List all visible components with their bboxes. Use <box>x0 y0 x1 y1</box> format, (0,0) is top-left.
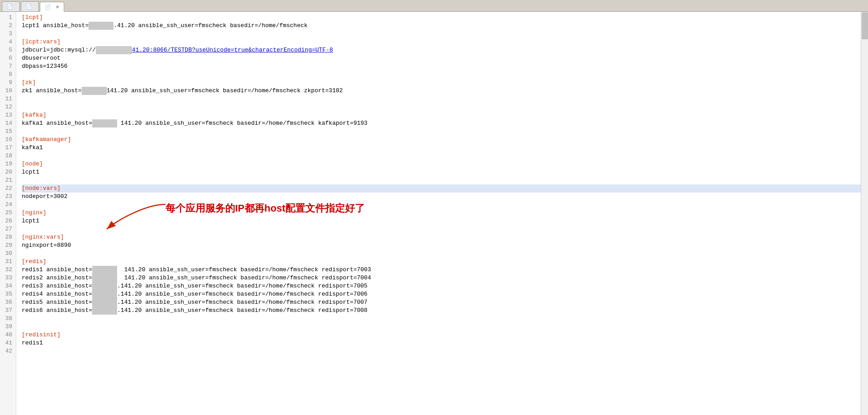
code-line-37: redis6 ansible_host= .141.20 ansible_ssh… <box>22 307 868 315</box>
code-line-20: lcpt1 <box>22 168 868 176</box>
code-line-23: nodeport=3002 <box>22 193 868 201</box>
scrollbar-thumb[interactable] <box>862 12 868 39</box>
code-line-11 <box>22 95 868 103</box>
code-line-34: redis3 ansible_host= .141.20 ansible_ssh… <box>22 282 868 290</box>
code-line-1: [lcpt] <box>22 14 868 22</box>
tab-bar: 📄 📄 📄 ✕ <box>0 0 868 12</box>
code-line-15 <box>22 127 868 136</box>
code-line-32: redis1 ansible_host= 141.20 ansible_ssh_… <box>22 266 868 274</box>
code-line-35: redis4 ansible_host= .141.20 ansible_ssh… <box>22 290 868 298</box>
code-line-22: [node:vars] <box>22 184 868 193</box>
code-line-21 <box>22 176 868 184</box>
code-line-40: [redisinit] <box>22 331 868 339</box>
code-line-36: redis5 ansible_host= .141.20 ansible_ssh… <box>22 298 868 307</box>
code-line-12 <box>22 103 868 111</box>
vertical-scrollbar[interactable] <box>861 12 868 415</box>
code-line-4: [lcpt:vars] <box>22 38 868 46</box>
code-line-41: redis1 <box>22 339 868 347</box>
line-numbers: 1234567891011121314151617181920212223242… <box>0 12 16 415</box>
code-line-6: dbuser=root <box>22 54 868 62</box>
tab-close-button[interactable]: ✕ <box>56 5 59 9</box>
code-line-3 <box>22 30 868 38</box>
tab-icon-2: 📄 <box>26 4 32 9</box>
code-line-24 <box>22 201 868 209</box>
code-line-9: [zk] <box>22 79 868 87</box>
code-line-38 <box>22 315 868 323</box>
code-line-8 <box>22 71 868 79</box>
editor-container: 1234567891011121314151617181920212223242… <box>0 12 868 415</box>
code-line-13: [kafka] <box>22 111 868 119</box>
code-line-18 <box>22 152 868 160</box>
code-line-2: lcpt1 ansible_host= .41.20 ansible_ssh_u… <box>22 22 868 30</box>
code-line-31: [redis] <box>22 258 868 266</box>
code-line-28: [nginx:vars] <box>22 233 868 241</box>
code-line-19: [node] <box>22 160 868 168</box>
code-line-7: dbpass=123456 <box>22 62 868 71</box>
code-line-25: [nginx] <box>22 209 868 217</box>
tab-icon-3: 📄 <box>45 4 51 10</box>
code-line-16: [kafkamanager] <box>22 136 868 144</box>
code-line-14: kafka1 ansible_host= 141.20 ansible_ssh_… <box>22 119 868 127</box>
code-line-39 <box>22 323 868 331</box>
code-line-33: redis2 ansible_host= 141.20 ansible_ssh_… <box>22 274 868 282</box>
code-line-17: kafka1 <box>22 144 868 152</box>
tab-icon-1: 📄 <box>7 4 13 9</box>
code-line-27 <box>22 225 868 233</box>
tab-hosts[interactable]: 📄 ✕ <box>40 2 64 12</box>
code-line-42 <box>22 347 868 355</box>
code-line-5: jdbcurl=jdbc:mysql://██████41.20:8066/TE… <box>22 46 868 54</box>
tab-ansible-deploy[interactable]: 📄 <box>21 1 39 11</box>
code-line-30 <box>22 250 868 258</box>
code-line-26: lcpt1 <box>22 217 868 225</box>
code-line-29: nginxport=8890 <box>22 241 868 250</box>
code-line-10: zk1 ansible_host= 141.20 ansible_ssh_use… <box>22 87 868 95</box>
tab-business-records[interactable]: 📄 <box>2 1 20 11</box>
code-content[interactable]: [lcpt]lcpt1 ansible_host= .41.20 ansible… <box>16 12 868 415</box>
